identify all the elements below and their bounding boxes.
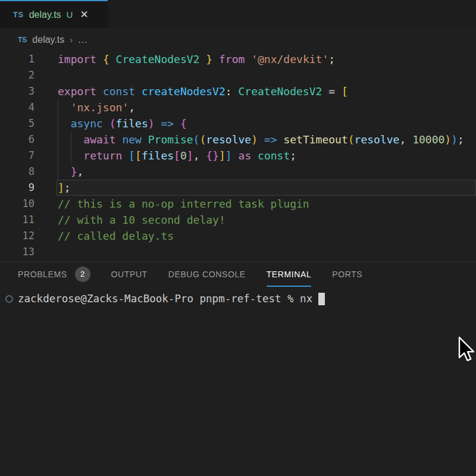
code-line-content[interactable]: // called delay.ts: [57, 228, 476, 244]
code-line[interactable]: 9];: [0, 180, 476, 196]
panel-tab-label: DEBUG CONSOLE: [168, 270, 246, 279]
line-number: 6: [0, 131, 57, 148]
code-line[interactable]: 2: [0, 67, 476, 83]
line-number: 10: [0, 196, 57, 212]
line-number: 13: [0, 244, 57, 260]
terminal-cursor: [318, 293, 325, 305]
code-line[interactable]: 10// this is a no-op interred task plugi…: [0, 196, 476, 212]
command-decoration-icon: [5, 295, 13, 303]
tab-filename: delay.ts: [29, 10, 61, 20]
line-number: 8: [0, 164, 57, 180]
code-line-content[interactable]: async (files) => {: [57, 115, 476, 131]
code-line-content[interactable]: [57, 67, 476, 83]
indent-guide: [58, 99, 58, 115]
code-line[interactable]: 1import { CreateNodesV2 } from '@nx/devk…: [0, 51, 476, 67]
panel-tab-output[interactable]: OUTPUT: [111, 262, 148, 287]
problems-count-badge: 2: [75, 267, 90, 282]
code-line-content[interactable]: },: [57, 164, 476, 180]
line-number: 5: [0, 115, 57, 131]
code-line-content[interactable]: import { CreateNodesV2 } from '@nx/devki…: [57, 51, 476, 67]
code-line-content[interactable]: await new Promise((resolve) => setTimeou…: [57, 131, 476, 148]
code-line-content[interactable]: 'nx.json',: [57, 99, 476, 115]
indent-guide: [58, 164, 58, 180]
code-line[interactable]: 8 },: [0, 164, 476, 180]
line-number: 4: [0, 99, 57, 115]
code-line-content[interactable]: [57, 244, 476, 260]
code-line-content[interactable]: ];: [57, 180, 476, 196]
code-line[interactable]: 3export const createNodesV2: CreateNodes…: [0, 83, 476, 99]
bottom-panel: PROBLEMS2OUTPUTDEBUG CONSOLETERMINALPORT…: [0, 262, 476, 476]
indent-guide: [71, 131, 71, 148]
code-line[interactable]: 12// called delay.ts: [0, 228, 476, 244]
code-line-content[interactable]: return [[files[0], {}]] as const;: [57, 148, 476, 164]
panel-tab-label: PORTS: [332, 270, 362, 279]
tab-delay-ts[interactable]: TS delay.ts U ✕: [0, 0, 108, 28]
chevron-right-icon: ›: [70, 35, 73, 45]
line-number: 2: [0, 67, 57, 83]
terminal-prompt-row[interactable]: zackderose@Zacks-MacBook-Pro pnpm-ref-te…: [0, 291, 476, 306]
code-line[interactable]: 11// with a 10 second delay!: [0, 212, 476, 228]
editor-tab-bar: TS delay.ts U ✕: [0, 0, 476, 28]
panel-tab-bar: PROBLEMS2OUTPUTDEBUG CONSOLETERMINALPORT…: [0, 262, 476, 287]
line-number: 3: [0, 83, 57, 99]
panel-tab-problems[interactable]: PROBLEMS2: [18, 262, 90, 287]
code-line[interactable]: 5 async (files) => {: [0, 115, 476, 131]
line-number: 11: [0, 212, 57, 228]
line-number: 12: [0, 228, 57, 244]
close-icon[interactable]: ✕: [80, 8, 88, 21]
code-line-content[interactable]: // this is a no-op interred task plugin: [57, 196, 476, 212]
panel-tab-label: PROBLEMS: [18, 270, 67, 279]
line-number: 1: [0, 51, 57, 67]
typescript-file-icon: TS: [18, 36, 27, 44]
panel-tab-label: OUTPUT: [111, 270, 148, 279]
terminal[interactable]: zackderose@Zacks-MacBook-Pro pnpm-ref-te…: [0, 287, 476, 306]
breadcrumb-file[interactable]: delay.ts: [32, 35, 64, 45]
indent-guide: [58, 131, 58, 148]
code-editor[interactable]: 1import { CreateNodesV2 } from '@nx/devk…: [0, 51, 476, 262]
line-number: 7: [0, 148, 57, 164]
code-line[interactable]: 6 await new Promise((resolve) => setTime…: [0, 131, 476, 148]
panel-tab-debug-console[interactable]: DEBUG CONSOLE: [168, 262, 246, 287]
typescript-file-icon: TS: [13, 10, 24, 19]
panel-tab-ports[interactable]: PORTS: [332, 262, 362, 287]
terminal-prompt: zackderose@Zacks-MacBook-Pro pnpm-ref-te…: [18, 293, 312, 305]
code-line[interactable]: 4 'nx.json',: [0, 99, 476, 115]
panel-tab-terminal[interactable]: TERMINAL: [267, 262, 312, 287]
indent-guide: [58, 148, 58, 164]
indent-guide: [58, 115, 58, 131]
indent-guide: [71, 148, 71, 164]
breadcrumb-symbol-ellipsis[interactable]: ...: [78, 35, 87, 45]
git-status-badge: U: [67, 10, 73, 20]
code-line[interactable]: 7 return [[files[0], {}]] as const;: [0, 148, 476, 164]
breadcrumb[interactable]: TS delay.ts › ...: [0, 28, 476, 51]
code-line-content[interactable]: // with a 10 second delay!: [57, 212, 476, 228]
panel-tab-label: TERMINAL: [267, 270, 312, 279]
line-number: 9: [0, 180, 57, 196]
code-line-content[interactable]: export const createNodesV2: CreateNodesV…: [57, 83, 476, 99]
code-line[interactable]: 13: [0, 244, 476, 260]
